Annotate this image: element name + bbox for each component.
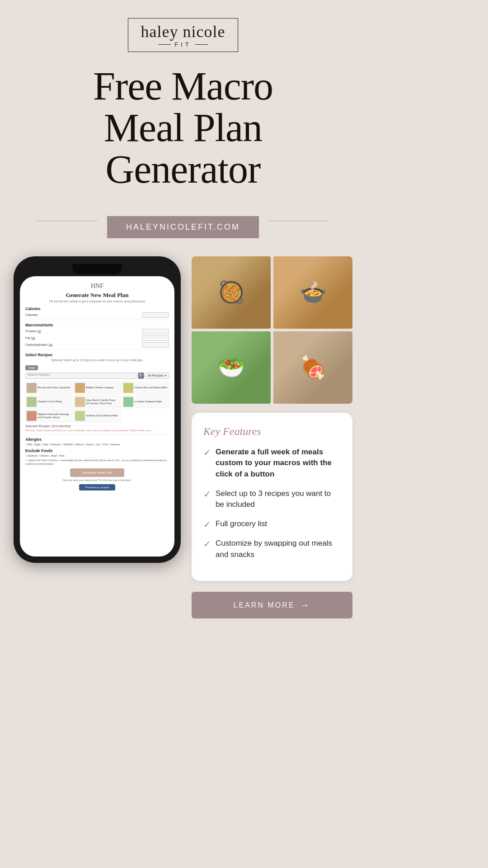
recipe-name-1: Biscuits and Gravy Casserole xyxy=(38,386,70,389)
url-section: HALEYNICOLEFIT.COM xyxy=(37,203,329,238)
hide-button[interactable]: Hide xyxy=(25,365,38,370)
phone-notch xyxy=(72,264,122,274)
recipe-name-3: Cheesy Rice and Beans Bake xyxy=(134,386,167,389)
carbs-field-row: Carbohydrates (g) xyxy=(25,342,169,348)
logo-box: haley nicole FIT xyxy=(128,18,239,52)
recipe-card-3[interactable]: Cheesy Rice and Beans Bake xyxy=(122,382,169,394)
photo-casserole xyxy=(273,256,352,329)
phone-subtitle: Fill out the form below to get a meal pl… xyxy=(25,300,169,303)
main-content: HNF Generate New Meal Plan Fill out the … xyxy=(0,256,366,618)
divider-1 xyxy=(25,320,169,320)
recipe-thumb-1 xyxy=(27,383,37,393)
fat-field-row: Fat (g) xyxy=(25,335,169,341)
feature-text-3: Full grocery list xyxy=(216,519,267,530)
feature-text-2: Select up to 3 recipes you want to be in… xyxy=(216,488,341,510)
warning-text: Warning: These recipes will show up in y… xyxy=(25,429,169,433)
phone-wrapper: HNF Generate New Meal Plan Fill out the … xyxy=(14,256,181,563)
learn-more-label: LEARN MORE xyxy=(234,601,295,609)
exclude-checkboxes[interactable]: □ Seafood □ Chicken □ Beef □ Pork xyxy=(25,454,169,457)
recipe-name-5: Easy Macro Friendly Pizza (10-minute, Da… xyxy=(86,399,119,405)
generate-button[interactable]: Generate Meal Plan xyxy=(70,468,124,477)
divider-3 xyxy=(25,434,169,434)
headline-line2: Meal Plan xyxy=(104,106,262,150)
headline-section: Free Macro Meal Plan Generator xyxy=(75,66,291,191)
protein-field-row: Protein (g) xyxy=(25,329,169,334)
features-title: Key Features xyxy=(203,425,341,438)
headline-line3: Generator xyxy=(106,147,261,191)
selected-label: Selected Recipes: (0/3 selected) xyxy=(25,425,169,428)
bottom-text: Not sure what your macros are? Try this … xyxy=(25,479,169,481)
phone-logo: HNF xyxy=(25,283,169,290)
food-photo-grid xyxy=(192,256,352,404)
phone-mockup: HNF Generate New Meal Plan Fill out the … xyxy=(14,256,181,563)
search-input[interactable]: Search Recipes xyxy=(25,373,136,379)
search-row: Search Recipes 🔍 All Recipes ▾ xyxy=(25,373,169,379)
all-recipes-dropdown[interactable]: All Recipes ▾ xyxy=(145,373,169,379)
phone-screen[interactable]: HNF Generate New Meal Plan Fill out the … xyxy=(20,276,174,557)
recipe-name-8: Summer Goat Cheese Pasta xyxy=(86,414,117,417)
recipe-thumb-8 xyxy=(75,411,85,421)
calories-label: Calories xyxy=(25,313,38,317)
recipe-name-7: Rigatoni Pasta with Sausage and Pumpkin … xyxy=(38,413,71,419)
phone-notch-bar xyxy=(20,263,174,275)
search-icon[interactable]: 🔍 xyxy=(138,373,144,379)
recipe-card-1[interactable]: Biscuits and Gravy Casserole xyxy=(25,382,72,394)
recipe-card-8[interactable]: Summer Goat Cheese Pasta xyxy=(74,410,121,422)
macros-section: Macronutrients xyxy=(25,323,169,327)
recipe-card-6[interactable]: La Scala Chopped Salad xyxy=(122,396,169,408)
allergies-checkboxes[interactable]: □ Milk □ Eggs □ Nuts □ Peanuts □ Shellfi… xyxy=(25,443,169,446)
fat-input[interactable] xyxy=(142,335,169,341)
check-icon-1: ✓ xyxy=(203,447,211,458)
photo-salad xyxy=(192,331,271,404)
recipe-card-7[interactable]: Rigatoni Pasta with Sausage and Pumpkin … xyxy=(25,410,72,422)
select-recipes-section: Select Recipes xyxy=(25,353,169,357)
url-badge[interactable]: HALEYNICOLEFIT.COM xyxy=(107,216,259,238)
calories-section: Calories xyxy=(25,307,169,311)
recipe-grid: Biscuits and Gravy Casserole Buffalo Chi… xyxy=(25,382,169,422)
feature-item-4: ✓ Customize by swapping out meals and sn… xyxy=(203,538,341,560)
carbs-label: Carbohydrates (g) xyxy=(25,343,52,347)
check-icon-2: ✓ xyxy=(203,489,211,500)
check-icon-4: ✓ xyxy=(203,538,211,549)
feature-item-1: ✓ Generate a full week of meals custom t… xyxy=(203,447,341,480)
recipe-name-4: Chipotle Crunch Wrap xyxy=(38,400,62,403)
photo-meatballs xyxy=(273,331,352,404)
recipe-card-4[interactable]: Chipotle Crunch Wrap xyxy=(25,396,72,408)
terms-text[interactable]: □ I agree to the Terms of Service. I ack… xyxy=(25,459,169,466)
features-card: Key Features ✓ Generate a full week of m… xyxy=(192,413,352,581)
learn-more-button[interactable]: LEARN MORE → xyxy=(192,592,352,618)
recipe-name-2: Buffalo Chicken Lasagna xyxy=(86,386,113,389)
feature-text-1: Generate a full week of meals custom to … xyxy=(216,447,341,480)
recipe-name-6: La Scala Chopped Salad xyxy=(134,400,162,403)
calories-field-row: Calories xyxy=(25,312,169,318)
url-divider-left xyxy=(37,221,98,221)
prospre-badge: Powered by prospre xyxy=(79,484,115,491)
divider-2 xyxy=(25,349,169,350)
phone-screen-content: HNF Generate New Meal Plan Fill out the … xyxy=(25,283,169,491)
recipe-card-2[interactable]: Buffalo Chicken Lasagna xyxy=(74,382,121,394)
logo-script: haley nicole xyxy=(141,23,225,41)
recipe-thumb-7 xyxy=(27,411,37,421)
exclude-section: Exclude Foods xyxy=(25,448,169,453)
url-divider-right xyxy=(268,221,329,221)
right-column: Key Features ✓ Generate a full week of m… xyxy=(192,256,352,618)
feature-item-3: ✓ Full grocery list xyxy=(203,519,341,530)
headline-line1: Free Macro xyxy=(93,64,273,108)
feature-item-2: ✓ Select up to 3 recipes you want to be … xyxy=(203,488,341,510)
protein-label: Protein (g) xyxy=(25,329,41,333)
logo-fit: FIT xyxy=(141,41,225,48)
carbs-input[interactable] xyxy=(142,342,169,348)
feature-bold-1: Generate a full week of meals custom to … xyxy=(216,448,332,478)
learn-more-arrow-icon: → xyxy=(300,600,310,610)
feature-text-4: Customize by swapping out meals and snac… xyxy=(216,538,341,560)
headline-text: Free Macro Meal Plan Generator xyxy=(93,66,273,191)
protein-input[interactable] xyxy=(142,329,169,334)
recipe-thumb-5 xyxy=(75,397,85,407)
recipe-thumb-3 xyxy=(123,383,133,393)
calories-input[interactable] xyxy=(142,312,169,318)
allergies-section: Allergies xyxy=(25,437,169,442)
check-icon-3: ✓ xyxy=(203,519,211,530)
fat-label: Fat (g) xyxy=(25,336,35,340)
recipe-card-5[interactable]: Easy Macro Friendly Pizza (10-minute, Da… xyxy=(74,396,121,408)
optional-hint: Optional: Select up to 3 recipes you wan… xyxy=(25,359,169,362)
